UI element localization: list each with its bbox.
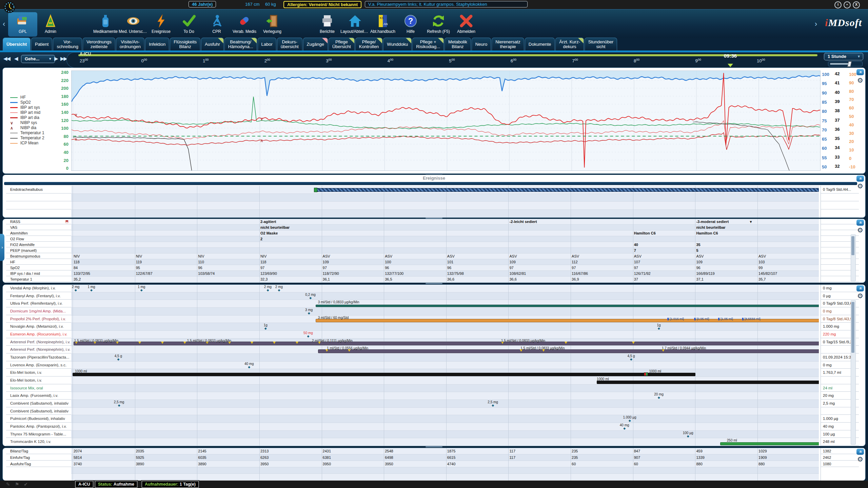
bag-change-marker-icon[interactable] bbox=[644, 372, 648, 376]
med-rate-label[interactable]: 1000 ml bbox=[649, 369, 661, 373]
obs-value[interactable]: nicht beurteilbar bbox=[695, 225, 725, 230]
obs-value[interactable]: 36,6 bbox=[508, 277, 516, 282]
obs-value[interactable]: 36,9 bbox=[571, 277, 579, 282]
obs-row-label-beatmungsmodus[interactable]: Beatmungsmodus bbox=[6, 253, 71, 259]
collapse-observations-button[interactable]: » bbox=[856, 220, 864, 226]
tab-pflege-übersicht[interactable]: Pflege Übersicht bbox=[329, 38, 355, 51]
chevron-down-icon[interactable]: ▼ bbox=[749, 220, 752, 224]
obs-value[interactable]: ASV bbox=[571, 253, 579, 259]
medications-grid[interactable]: 2 mg◆1 mg◆1 mg◆2 mg◆2 mg◆0,2 mg◆3 ml/Std… bbox=[71, 285, 819, 446]
statusbar-tool-icons[interactable]: ✎⚑✔ bbox=[6, 482, 33, 487]
med-row-label[interactable]: Vendal Amp (Morphin), i.v. bbox=[6, 285, 71, 292]
medications-scrollbar[interactable] bbox=[851, 300, 856, 445]
balance-row-label[interactable]: Einfuhr/Tag bbox=[6, 454, 71, 461]
observations-grid[interactable]: 2-agitiert-2-leicht sediert-3-moderat se… bbox=[71, 219, 819, 283]
toolbar-item-med-untersch-[interactable]: Med. Untersch... bbox=[119, 12, 148, 37]
obs-value[interactable]: 95 bbox=[135, 265, 140, 270]
med-dose-marker[interactable]: 0,2 mg◆ bbox=[305, 293, 316, 299]
obs-value[interactable]: ASV bbox=[446, 253, 455, 259]
tab-dekurs-übersicht[interactable]: Dekurs- übersicht bbox=[277, 38, 302, 51]
obs-value[interactable]: 2 bbox=[259, 236, 262, 242]
balance-row-label[interactable]: Bilanz/Tag bbox=[6, 448, 71, 454]
splitter[interactable] bbox=[3, 217, 865, 219]
obs-value[interactable]: 116/67/86 bbox=[571, 271, 588, 276]
jump-forward-button[interactable]: ▶ bbox=[54, 56, 58, 62]
obs-value[interactable]: Hamilton C6 bbox=[695, 230, 718, 236]
splitter[interactable] bbox=[3, 173, 865, 175]
tab-ärzt-kurz-dekurs[interactable]: Ärzt. Kurz- dekurs bbox=[555, 38, 584, 51]
obs-value[interactable]: 97 bbox=[508, 265, 513, 270]
med-row-label[interactable]: Elo-Mel Isoton, i.v. bbox=[6, 369, 71, 377]
tab-dokumente[interactable]: Dokumente bbox=[525, 38, 555, 51]
tab-verordnungs-zeitleiste[interactable]: Verordnungs zeitleiste bbox=[83, 38, 115, 51]
splitter[interactable] bbox=[3, 283, 865, 284]
obs-value[interactable]: 2-agitiert bbox=[259, 219, 276, 224]
toolbar-item-hilfe[interactable]: ?Hilfe bbox=[396, 12, 425, 37]
rate-change-marker-icon[interactable] bbox=[161, 342, 164, 344]
med-row-label[interactable]: Pantoloc Amp. (Pantoprazol), i.v. bbox=[6, 423, 71, 430]
med-rate-label[interactable]: 250 ml bbox=[727, 439, 737, 442]
obs-value[interactable]: 107 bbox=[633, 259, 640, 265]
med-infusion-bar[interactable] bbox=[597, 381, 819, 384]
obs-row-label-ibp-sys-dia-mid[interactable]: IBP sys / dia / mid bbox=[6, 271, 71, 276]
obs-value[interactable]: 35 bbox=[695, 242, 700, 247]
obs-value[interactable]: 145/82/107 bbox=[757, 271, 777, 276]
collapse-chart-button[interactable]: » bbox=[856, 69, 864, 75]
obs-value[interactable]: -2-leicht sediert bbox=[508, 219, 537, 224]
med-dose-marker[interactable]: 2 mg◆ bbox=[264, 285, 272, 291]
med-row-label[interactable]: Lasix Amp. (Furosemid), i.v. bbox=[6, 392, 71, 400]
med-row-label[interactable]: Elo-Mel Isoton, i.v. bbox=[6, 377, 71, 384]
med-row-label[interactable]: Propofol 2% Perf. (Propofol), i.v. bbox=[6, 316, 71, 323]
obs-row-label-temperatur-1[interactable]: Temperatur 1 bbox=[6, 277, 71, 282]
med-row-label[interactable]: Tazonam (Piperacillin/Tazobacta... bbox=[6, 354, 71, 361]
toolbar-item-verlegung[interactable]: Verlegung bbox=[258, 12, 287, 37]
obs-row-label-vas[interactable]: VAS bbox=[6, 225, 71, 230]
legend-hf[interactable]: HF bbox=[10, 95, 26, 100]
med-row-label[interactable]: Arterenol Perf. (Norepinephrin), i.v. bbox=[6, 339, 71, 346]
obs-value[interactable]: nicht beurteilbar bbox=[259, 225, 290, 230]
med-dose-marker[interactable]: 2,5 mg◆ bbox=[114, 401, 124, 407]
med-rate-label[interactable]: 1000 ml bbox=[75, 369, 87, 373]
rate-change-marker-icon[interactable] bbox=[273, 342, 276, 344]
obs-value[interactable]: 103/58/74 bbox=[197, 271, 215, 276]
toolbar-item-layout-abteilu-[interactable]: Layout/Abteilu... bbox=[340, 12, 370, 37]
toolbar-item-ereignisse[interactable]: Ereignisse bbox=[146, 12, 176, 37]
med-rate-label[interactable]: 1 ml/Std / 0,0556 µg/kg/Min bbox=[327, 346, 368, 350]
jump-far-forward-button[interactable]: ▶▶ bbox=[60, 56, 67, 62]
event-row-label[interactable] bbox=[6, 194, 71, 202]
jump-back-button[interactable]: ◀ bbox=[14, 56, 18, 62]
obs-value[interactable]: 166/89/119 bbox=[695, 271, 714, 276]
obs-value[interactable]: -3-moderat sediert▼ bbox=[695, 219, 752, 224]
rate-change-marker-icon[interactable] bbox=[296, 342, 298, 344]
volume-flag[interactable]: ▮ [1,05 ml] bbox=[718, 317, 733, 321]
volume-flag[interactable]: ▮ [1.016 ml] bbox=[667, 317, 684, 321]
med-infusion-bar[interactable] bbox=[720, 442, 819, 445]
balance-grid[interactable]: 2074203521452313243125481875117235847459… bbox=[71, 448, 819, 481]
obs-value[interactable]: 96 bbox=[446, 265, 451, 270]
obs-value[interactable]: NIV bbox=[73, 253, 80, 259]
obs-value[interactable]: 133/72/95 bbox=[73, 271, 90, 276]
med-dose-marker[interactable]: 40 mg◆ bbox=[620, 424, 629, 430]
tab-metabolik-bilanz[interactable]: Metabolik Bilanz bbox=[445, 38, 471, 51]
current-time-marker-icon[interactable] bbox=[728, 64, 733, 67]
med-dose-marker[interactable]: 2 mg◆ bbox=[275, 285, 283, 291]
obs-value[interactable]: 96 bbox=[384, 265, 389, 270]
toolbar-item-berichte[interactable]: Berichte bbox=[313, 12, 342, 37]
med-infusion-bar[interactable] bbox=[318, 349, 819, 353]
balance-row-label[interactable]: Ausfuhr/Tag bbox=[6, 461, 71, 467]
obs-row-label-peep-manuell-[interactable]: PEEP (manuell) bbox=[6, 248, 71, 253]
legend-temperatur-1[interactable]: Temperatur 1 bbox=[10, 130, 44, 135]
med-rate-label[interactable]: 3 ml/Std / 60 mg/Std bbox=[318, 316, 349, 320]
obs-value[interactable]: 97 bbox=[571, 265, 576, 270]
obs-value[interactable]: 118 bbox=[259, 259, 267, 265]
volume-flag[interactable]: ▮ [0,95 ml] bbox=[694, 317, 709, 321]
med-dose-marker[interactable]: 2,5 mg◆ bbox=[488, 401, 498, 407]
goto-time-button[interactable]: Gehe...▼ bbox=[21, 55, 55, 63]
obs-value[interactable]: ASV bbox=[322, 253, 330, 259]
med-dose-marker[interactable]: 50 mg◆ bbox=[303, 331, 313, 338]
volume-flag[interactable]: ▮ [8,5556 ml] bbox=[742, 317, 761, 321]
med-dose-marker[interactable]: 3 mg◆ bbox=[305, 308, 313, 314]
obs-value[interactable]: 96 bbox=[197, 265, 202, 270]
med-dose-marker[interactable]: 1.000 µg◆ bbox=[623, 416, 636, 422]
toolbar-item-admin[interactable]: Admin bbox=[36, 12, 65, 37]
